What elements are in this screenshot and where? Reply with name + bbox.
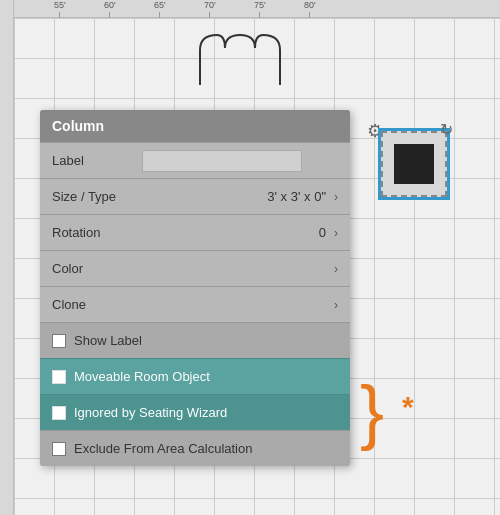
panel-row-label: Label (40, 142, 350, 178)
panel-row-rotation[interactable]: Rotation 0 › (40, 214, 350, 250)
ruler-tick-65: 65' (154, 0, 166, 18)
panel-title: Column (52, 118, 104, 134)
panel-row-show-label[interactable]: Show Label (40, 322, 350, 358)
ruler-tick-60: 60' (104, 0, 116, 18)
panel-row-exclude[interactable]: Exclude From Area Calculation (40, 430, 350, 466)
properties-panel: Column Label Size / Type 3' x 3' x 0" › … (40, 110, 350, 466)
rotation-chevron: › (334, 226, 338, 240)
rotation-label: Rotation (52, 225, 132, 240)
object-inner (394, 144, 434, 184)
size-text: 3' x 3' x 0" (267, 189, 326, 204)
moveable-checkbox[interactable] (52, 370, 66, 384)
label-field-label: Label (52, 153, 132, 168)
label-input[interactable] (142, 150, 302, 172)
panel-row-clone[interactable]: Clone › (40, 286, 350, 322)
exclude-checkbox[interactable] (52, 442, 66, 456)
rotate-icon[interactable]: ↻ (440, 120, 453, 139)
ruler-tick-70: 70' (204, 0, 216, 18)
ignored-text: Ignored by Seating Wizard (74, 405, 227, 420)
color-chevron: › (334, 262, 338, 276)
panel-row-ignored[interactable]: Ignored by Seating Wizard (40, 394, 350, 430)
panel-row-moveable[interactable]: Moveable Room Object (40, 358, 350, 394)
asterisk: * (402, 390, 414, 424)
moveable-text: Moveable Room Object (74, 369, 210, 384)
panel-header: Column (40, 110, 350, 142)
color-label: Color (52, 261, 132, 276)
exclude-text: Exclude From Area Calculation (74, 441, 252, 456)
show-label-text: Show Label (74, 333, 142, 348)
clone-label: Clone (52, 297, 132, 312)
panel-row-size[interactable]: Size / Type 3' x 3' x 0" › (40, 178, 350, 214)
clone-chevron: › (334, 298, 338, 312)
crown-shape (195, 30, 285, 90)
show-label-checkbox[interactable] (52, 334, 66, 348)
ruler-tick-55: 55' (54, 0, 66, 18)
size-value: 3' x 3' x 0" › (267, 189, 338, 204)
rotation-text: 0 (319, 225, 326, 240)
ruler-left (0, 0, 14, 515)
panel-row-color[interactable]: Color › (40, 250, 350, 286)
ruler-tick-80: 80' (304, 0, 316, 18)
size-chevron: › (334, 190, 338, 204)
color-value: › (330, 262, 338, 276)
clone-value: › (330, 298, 338, 312)
ignored-checkbox[interactable] (52, 406, 66, 420)
rotation-value: 0 › (319, 225, 338, 240)
size-label: Size / Type (52, 189, 132, 204)
ruler-tick-75: 75' (254, 0, 266, 18)
ruler-top: 50 55' 60' 65' 70' 75' 80' (0, 0, 500, 18)
curly-brace: } (360, 375, 384, 447)
